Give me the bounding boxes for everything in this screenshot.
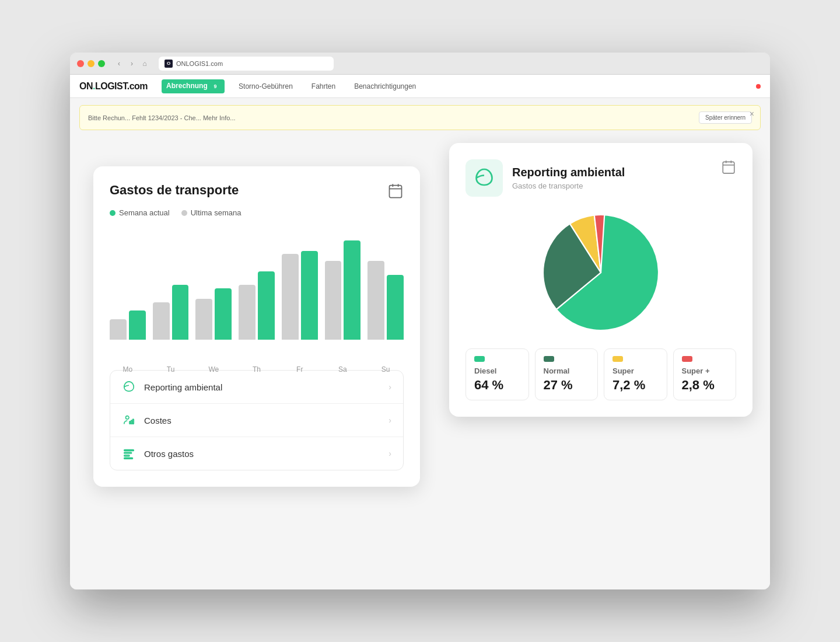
stat-value-normal: 27 % xyxy=(544,378,590,393)
traffic-lights xyxy=(77,60,105,67)
header-with-icon: Reporting ambiental Gastos de transporte xyxy=(466,159,625,197)
browser-titlebar: ‹ › ⌂ O ONLOGIS1.com xyxy=(70,53,770,75)
bar-day-label-sa: Sa xyxy=(325,365,361,374)
stat-indicator-super xyxy=(612,356,623,362)
minimize-button[interactable] xyxy=(88,60,94,67)
legend-dot-current xyxy=(110,210,116,216)
svg-rect-10 xyxy=(124,455,130,456)
bar-previous-mo xyxy=(110,319,127,340)
svg-rect-9 xyxy=(124,452,132,453)
menu-list: Reporting ambiental › xyxy=(110,370,404,470)
stat-label-superplus: Super + xyxy=(682,367,728,375)
pie-chart-container xyxy=(466,208,736,337)
stat-card-superplus: Super + 2,8 % xyxy=(673,348,737,400)
card-right-subtitle: Gastos de transporte xyxy=(512,182,625,190)
app-logo: ON.LOGIST.com xyxy=(79,81,148,92)
stat-value-diesel: 64 % xyxy=(474,378,520,393)
stat-label-diesel: Diesel xyxy=(474,367,520,375)
svg-rect-12 xyxy=(723,162,734,173)
svg-rect-6 xyxy=(131,420,132,424)
bar-group-tu xyxy=(153,285,189,340)
bar-current-su xyxy=(387,275,404,340)
close-button[interactable] xyxy=(77,60,84,67)
legend-previous: Ultima semana xyxy=(181,208,242,217)
bar-day-label-th: Th xyxy=(239,365,275,374)
bar-day-label-fr: Fr xyxy=(282,365,318,374)
card-right-header: Reporting ambiental Gastos de transporte xyxy=(466,159,736,197)
forward-button[interactable]: › xyxy=(127,59,136,68)
bar-chart-container: MoTuWeThFrSaSu xyxy=(110,229,404,363)
bar-group-we xyxy=(195,288,232,340)
chevron-right-icon: › xyxy=(388,382,391,392)
stat-indicator-diesel xyxy=(474,356,485,362)
leaf-icon xyxy=(122,380,136,394)
nav-item-abrechnung[interactable]: Abrechnung 9 xyxy=(162,79,225,93)
stat-indicator-normal xyxy=(544,356,554,362)
notification-dot xyxy=(756,84,761,89)
stat-card-super: Super 7,2 % xyxy=(604,348,667,400)
bar-previous-th xyxy=(239,285,256,340)
nav-item-storno[interactable]: Storno-Gebühren xyxy=(234,80,298,93)
leaf-icon-box xyxy=(466,159,503,197)
banner-remind-button[interactable]: Später erinnern xyxy=(699,111,752,124)
notification-banner: Bitte Rechun... Fehlt 1234/2023 - Che...… xyxy=(79,105,761,130)
url-text: ONLOGIS1.com xyxy=(176,60,223,67)
menu-item-reporting[interactable]: Reporting ambiental › xyxy=(110,371,403,404)
card-left-title: Gastos de transporte xyxy=(110,183,239,198)
bar-previous-su xyxy=(368,261,384,340)
content-area: Bitte Rechun... Fehlt 1234/2023 - Che...… xyxy=(70,98,770,589)
browser-window: ‹ › ⌂ O ONLOGIS1.com ON.LOGIST.com Abrec… xyxy=(70,53,770,589)
chevron-right-icon-2: › xyxy=(388,416,391,425)
nav-item-fahrten[interactable]: Fahrten xyxy=(307,80,340,93)
person-chart-icon xyxy=(122,413,136,427)
svg-rect-7 xyxy=(132,419,134,424)
stat-card-normal: Normal 27 % xyxy=(535,348,598,400)
card-reporting-ambiental: Reporting ambiental Gastos de transporte xyxy=(449,143,752,417)
leaf-large-icon xyxy=(474,168,495,189)
banner-close-icon[interactable]: × xyxy=(750,109,754,118)
menu-item-costes-label: Costes xyxy=(144,416,380,425)
stat-value-super: 7,2 % xyxy=(612,378,659,393)
legend-current: Semana actual xyxy=(110,208,170,217)
bar-current-mo xyxy=(129,310,146,340)
nav-items: Abrechnung 9 Storno-Gebühren Fahrten Ben… xyxy=(162,79,421,93)
bar-current-th xyxy=(258,271,275,340)
legend-previous-label: Ultima semana xyxy=(191,208,242,217)
list-bars-icon xyxy=(122,446,136,460)
svg-rect-5 xyxy=(130,421,131,424)
bar-day-label-tu: Tu xyxy=(153,365,189,374)
address-bar[interactable]: O ONLOGIS1.com xyxy=(159,57,334,71)
stat-indicator-superplus xyxy=(682,356,692,362)
bar-current-tu xyxy=(172,285,189,340)
calendar-icon-left[interactable] xyxy=(387,183,404,199)
legend-current-label: Semana actual xyxy=(119,208,170,217)
bar-group-fr xyxy=(282,251,318,340)
bar-labels: MoTuWeThFrSaSu xyxy=(110,362,404,374)
bar-previous-fr xyxy=(282,254,299,340)
bar-day-label-we: We xyxy=(195,365,232,374)
bar-current-we xyxy=(215,288,232,340)
stat-card-diesel: Diesel 64 % xyxy=(466,348,529,400)
menu-item-otros[interactable]: Otros gastos › xyxy=(110,437,403,470)
bar-day-label-mo: Mo xyxy=(110,365,146,374)
browser-nav: ‹ › ⌂ xyxy=(114,59,149,68)
bar-previous-tu xyxy=(153,302,170,340)
back-button[interactable]: ‹ xyxy=(114,59,124,68)
svg-rect-0 xyxy=(390,186,402,198)
stat-label-super: Super xyxy=(612,367,659,375)
stats-row: Diesel 64 % Normal 27 % Super 7,2 % xyxy=(466,348,736,400)
chart-legend: Semana actual Ultima semana xyxy=(110,208,404,217)
calendar-icon-right[interactable] xyxy=(721,159,736,175)
menu-item-costes[interactable]: Costes › xyxy=(110,404,403,437)
bar-day-label-su: Su xyxy=(368,365,404,374)
maximize-button[interactable] xyxy=(98,60,105,67)
stat-value-superplus: 2,8 % xyxy=(682,378,728,393)
card-gastos-transporte: Gastos de transporte Semana actual xyxy=(93,166,420,487)
cards-area: Gastos de transporte Semana actual xyxy=(70,137,770,589)
bar-current-fr xyxy=(301,251,318,340)
menu-item-otros-label: Otros gastos xyxy=(144,449,380,459)
home-button[interactable]: ⌂ xyxy=(140,59,149,68)
svg-rect-8 xyxy=(124,450,134,451)
nav-item-benachrichtigungen[interactable]: Benachrichtigungen xyxy=(349,80,421,93)
banner-text: Bitte Rechun... Fehlt 1234/2023 - Che...… xyxy=(88,114,236,121)
